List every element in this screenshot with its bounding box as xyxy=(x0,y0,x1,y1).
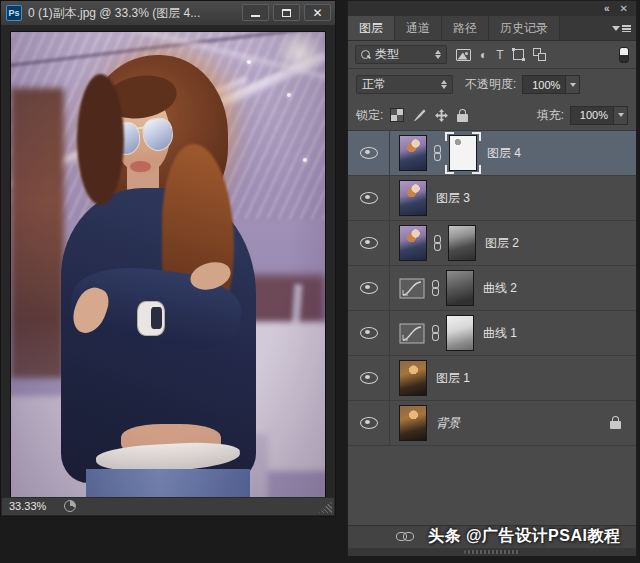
layer-mask-thumbnail[interactable] xyxy=(448,225,476,261)
lock-row: 锁定: 填充: 100% xyxy=(348,100,636,131)
layer-name[interactable]: 背景 xyxy=(436,415,460,432)
lock-transparency-button[interactable] xyxy=(390,108,404,122)
photoshop-logo-icon: Ps xyxy=(6,5,22,21)
maximize-icon xyxy=(282,9,291,17)
close-panel-icon[interactable]: ✕ xyxy=(620,4,628,14)
layer-name[interactable]: 图层 4 xyxy=(487,145,521,162)
visibility-toggle[interactable] xyxy=(348,356,390,400)
dropdown-arrows-icon xyxy=(435,50,441,59)
maximize-button[interactable] xyxy=(273,4,300,21)
eye-icon xyxy=(360,282,378,294)
lock-all-button[interactable] xyxy=(457,109,468,122)
filter-smart-object-button[interactable] xyxy=(533,48,546,61)
minimize-button[interactable] xyxy=(242,4,269,21)
filter-adjustment-layers-button[interactable]: ◐ xyxy=(480,49,487,61)
layer-row-1[interactable]: 图层 1 xyxy=(348,356,636,401)
document-titlebar[interactable]: Ps 0 (1)副本.jpg @ 33.3% (图层 4... ✕ xyxy=(1,1,335,26)
layer-name[interactable]: 图层 1 xyxy=(436,370,470,387)
link-layers-button[interactable] xyxy=(396,531,416,543)
canvas-area[interactable] xyxy=(2,25,334,497)
layer-thumbnail[interactable] xyxy=(399,405,427,441)
layer-thumbnail[interactable] xyxy=(399,135,427,171)
close-icon: ✕ xyxy=(312,7,322,19)
opacity-value-field[interactable]: 100% xyxy=(522,75,566,94)
document-statusbar: 33.33% xyxy=(2,497,334,515)
curves-adjustment-icon[interactable] xyxy=(399,323,425,344)
panel-resize-strip xyxy=(348,548,636,556)
lock-position-move-button[interactable] xyxy=(435,109,448,122)
blend-mode-dropdown[interactable]: 正常 xyxy=(356,75,453,94)
filter-shape-layers-button[interactable] xyxy=(513,49,524,60)
close-button[interactable]: ✕ xyxy=(304,4,331,21)
visibility-toggle[interactable] xyxy=(348,221,390,265)
visibility-toggle[interactable] xyxy=(348,131,390,175)
layer-row-background[interactable]: 背景 xyxy=(348,401,636,446)
minimize-icon xyxy=(251,15,260,17)
layer-row-4[interactable]: 图层 4 xyxy=(348,131,636,176)
smart-object-icon xyxy=(533,48,546,61)
white-watch xyxy=(137,301,165,336)
blend-mode-value: 正常 xyxy=(362,76,386,93)
layer-mask-thumbnail[interactable] xyxy=(446,270,474,306)
layers-list: 图层 4 图层 3 图层 xyxy=(348,131,636,446)
eye-icon xyxy=(360,327,378,339)
background-lock-icon xyxy=(610,416,621,429)
filter-on-off-toggle[interactable] xyxy=(619,47,629,63)
sunglasses-lens xyxy=(141,116,174,152)
fill-dropdown-button[interactable] xyxy=(614,106,628,125)
filter-type-layers-button[interactable]: T xyxy=(496,49,503,61)
tab-paths[interactable]: 路径 xyxy=(442,16,489,40)
link-chain-icon xyxy=(433,145,442,162)
filter-kind-label: 类型 xyxy=(375,46,399,63)
visibility-toggle[interactable] xyxy=(348,266,390,310)
visibility-toggle[interactable] xyxy=(348,311,390,355)
menu-bars-icon xyxy=(622,25,631,32)
collapse-panel-icon[interactable]: « xyxy=(604,4,610,14)
link-chain-icon xyxy=(433,235,442,252)
image-icon xyxy=(456,49,471,61)
filter-pixel-layers-button[interactable] xyxy=(456,49,471,61)
visibility-toggle[interactable] xyxy=(348,176,390,220)
layer-thumbnail[interactable] xyxy=(399,180,427,216)
eye-icon xyxy=(360,237,378,249)
eye-icon xyxy=(360,192,378,204)
layer-thumbnail[interactable] xyxy=(399,360,427,396)
chevron-down-icon xyxy=(618,113,624,117)
fill-value-field[interactable]: 100% xyxy=(570,106,614,125)
tab-layers[interactable]: 图层 xyxy=(348,16,395,40)
curves-adjustment-icon[interactable] xyxy=(399,278,425,299)
chevron-down-icon xyxy=(570,83,576,87)
layer-row-curves-2[interactable]: 曲线 2 xyxy=(348,266,636,311)
menu-triangle-icon xyxy=(612,26,620,31)
panel-resize-handle[interactable] xyxy=(464,550,520,554)
visibility-toggle[interactable] xyxy=(348,401,390,445)
watermark-text: 头条 @广告设计PSAI教程 xyxy=(428,526,620,547)
brick-pillar xyxy=(11,88,64,378)
layer-row-3[interactable]: 图层 3 xyxy=(348,176,636,221)
panel-menu-button[interactable] xyxy=(606,16,636,40)
opacity-dropdown-button[interactable] xyxy=(566,75,580,94)
opacity-label: 不透明度: xyxy=(465,76,516,93)
window-resize-grip[interactable] xyxy=(319,500,332,513)
lock-pixels-brush-button[interactable] xyxy=(413,109,426,122)
tab-history[interactable]: 历史记录 xyxy=(489,16,560,40)
zoom-level-field[interactable]: 33.33% xyxy=(9,499,46,514)
layer-name[interactable]: 曲线 2 xyxy=(483,280,517,297)
layer-name[interactable]: 曲线 1 xyxy=(483,325,517,342)
document-info-icon[interactable] xyxy=(64,500,76,512)
layer-row-2[interactable]: 图层 2 xyxy=(348,221,636,266)
layer-name[interactable]: 图层 2 xyxy=(485,235,519,252)
filter-kind-dropdown[interactable]: 类型 xyxy=(355,45,447,64)
tab-channels[interactable]: 通道 xyxy=(395,16,442,40)
search-icon xyxy=(361,50,370,59)
layer-row-curves-1[interactable]: 曲线 1 xyxy=(348,311,636,356)
photo-canvas[interactable] xyxy=(10,31,326,500)
link-chain-icon xyxy=(431,280,440,297)
layer-thumbnail[interactable] xyxy=(399,225,427,261)
layer-filter-row: 类型 ◐ T xyxy=(348,41,636,69)
layer-mask-thumbnail[interactable] xyxy=(446,315,474,351)
panel-tabs: 图层 通道 路径 历史记录 xyxy=(348,16,636,41)
fill-label: 填充: xyxy=(537,107,564,124)
jeans xyxy=(86,469,249,500)
layer-name[interactable]: 图层 3 xyxy=(436,190,470,207)
